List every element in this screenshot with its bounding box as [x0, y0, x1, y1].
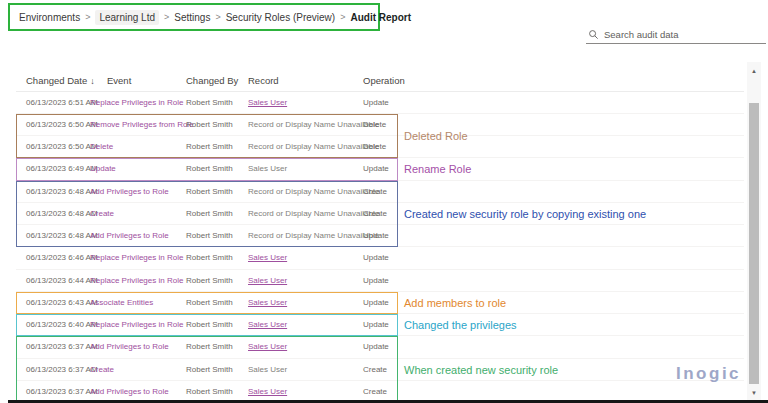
- operation-cell: Update: [363, 292, 389, 314]
- changed-date-cell: 06/13/2023 6:50 AM: [26, 136, 98, 158]
- operation-cell: Update: [363, 270, 389, 292]
- scroll-up-icon[interactable]: ▲: [747, 65, 761, 77]
- breadcrumb-separator: >: [340, 12, 345, 22]
- column-header-operation[interactable]: Operation: [363, 70, 405, 91]
- operation-cell: Create: [363, 203, 387, 225]
- operation-cell: Update: [363, 225, 389, 247]
- changed-by-cell: Robert Smith: [186, 359, 233, 381]
- table-row[interactable]: 06/13/2023 6:51 AM Replace Privileges in…: [16, 92, 744, 114]
- breadcrumb-item[interactable]: Audit Report: [350, 12, 411, 23]
- operation-cell: Create: [363, 181, 387, 203]
- record-cell: Sales User: [248, 158, 287, 180]
- event-cell: Create: [90, 359, 114, 381]
- changed-date-cell: 06/13/2023 6:50 AM: [26, 114, 98, 136]
- changed-by-cell: Robert Smith: [186, 314, 233, 336]
- changed-by-cell: Robert Smith: [186, 247, 233, 269]
- record-link[interactable]: Sales User: [248, 247, 287, 269]
- table-row[interactable]: 06/13/2023 6:49 AM Update Robert Smith S…: [16, 158, 744, 180]
- table-row[interactable]: 06/13/2023 6:50 AM Remove Privileges fro…: [16, 114, 744, 136]
- changed-date-cell: 06/13/2023 6:43 AM: [26, 292, 98, 314]
- operation-cell: Update: [363, 158, 389, 180]
- record-link[interactable]: Sales User: [248, 336, 287, 358]
- scroll-down-icon[interactable]: ▼: [747, 387, 761, 399]
- record-link[interactable]: Sales User: [248, 314, 287, 336]
- event-cell: Replace Privileges in Role: [90, 247, 183, 269]
- record-link[interactable]: Sales User: [248, 92, 287, 114]
- changed-date-cell: 06/13/2023 6:37 AM: [26, 336, 98, 358]
- breadcrumb-item[interactable]: Settings: [174, 12, 210, 23]
- changed-date-cell: 06/13/2023 6:48 AM: [26, 181, 98, 203]
- changed-date-cell: 06/13/2023 6:44 AM: [26, 270, 98, 292]
- inogic-logo: Inogic: [676, 364, 741, 384]
- changed-date-cell: 06/13/2023 6:49 AM: [26, 158, 98, 180]
- changed-by-cell: Robert Smith: [186, 114, 233, 136]
- event-cell: Replace Privileges in Role: [90, 270, 183, 292]
- table-row[interactable]: 06/13/2023 6:37 AM Create Robert Smith S…: [16, 359, 744, 381]
- record-cell: Record or Display Name Unavailable: [248, 114, 379, 136]
- operation-cell: Update: [363, 92, 389, 114]
- changed-by-cell: Robert Smith: [186, 181, 233, 203]
- changed-by-cell: Robert Smith: [186, 270, 233, 292]
- sort-descending-icon: ↓: [90, 76, 95, 86]
- search-input[interactable]: [604, 29, 764, 40]
- annotation-label: Created new security role by copying exi…: [404, 207, 646, 221]
- annotation-label: Deleted Role: [404, 129, 468, 143]
- breadcrumb-item[interactable]: Security Roles (Preview): [226, 12, 335, 23]
- operation-cell: Update: [363, 336, 389, 358]
- column-header-label: Changed Date: [26, 75, 87, 86]
- annotation-label: When created new security role: [404, 363, 558, 377]
- table-row[interactable]: 06/13/2023 6:50 AM Delete Robert Smith R…: [16, 136, 744, 158]
- column-header-changed-by[interactable]: Changed By: [186, 70, 238, 91]
- event-cell: Create: [90, 203, 114, 225]
- operation-cell: Create: [363, 359, 387, 381]
- changed-by-cell: Robert Smith: [186, 292, 233, 314]
- operation-cell: Delete: [363, 114, 386, 136]
- table-row[interactable]: 06/13/2023 6:48 AM Add Privileges to Rol…: [16, 181, 744, 203]
- record-cell: Record or Display Name Unavailable: [248, 203, 379, 225]
- breadcrumb-separator: >: [85, 12, 90, 22]
- event-cell: Delete: [90, 136, 113, 158]
- event-cell: Add Privileges to Role: [90, 181, 169, 203]
- column-header-changed-date[interactable]: Changed Date↓: [26, 70, 95, 92]
- table-header: Changed Date↓ Event Changed By Record Op…: [16, 70, 744, 92]
- event-cell: Replace Privileges in Role: [90, 314, 183, 336]
- changed-by-cell: Robert Smith: [186, 136, 233, 158]
- event-cell: Update: [90, 158, 116, 180]
- event-cell: Remove Privileges from Role: [90, 114, 194, 136]
- breadcrumb-item[interactable]: Learning Ltd: [95, 10, 159, 25]
- audit-report-screen: Environments>Learning Ltd>Settings>Secur…: [0, 0, 768, 403]
- breadcrumb: Environments>Learning Ltd>Settings>Secur…: [8, 3, 380, 31]
- record-link[interactable]: Sales User: [248, 292, 287, 314]
- event-cell: Add Privileges to Role: [90, 225, 169, 247]
- annotation-label: Rename Role: [404, 162, 471, 176]
- record-cell: Sales User: [248, 359, 287, 381]
- record-cell: Record or Display Name Unavailable: [248, 225, 379, 247]
- vertical-scrollbar[interactable]: ▲ ▼: [747, 62, 761, 403]
- changed-date-cell: 06/13/2023 6:51 AM: [26, 92, 98, 114]
- event-cell: Associate Entities: [90, 292, 153, 314]
- table-row[interactable]: 06/13/2023 6:43 AM Associate Entities Ro…: [16, 292, 744, 314]
- annotation-label: Add members to role: [404, 296, 506, 310]
- changed-by-cell: Robert Smith: [186, 336, 233, 358]
- event-cell: Replace Privileges in Role: [90, 92, 183, 114]
- annotation-label: Changed the privileges: [404, 318, 517, 332]
- record-link[interactable]: Sales User: [248, 270, 287, 292]
- event-cell: Add Privileges to Role: [90, 336, 169, 358]
- table-body: 06/13/2023 6:51 AM Replace Privileges in…: [16, 92, 744, 403]
- changed-date-cell: 06/13/2023 6:48 AM: [26, 203, 98, 225]
- scrollbar-thumb[interactable]: [749, 103, 759, 384]
- changed-date-cell: 06/13/2023 6:46 AM: [26, 247, 98, 269]
- breadcrumb-item[interactable]: Environments: [19, 12, 80, 23]
- changed-by-cell: Robert Smith: [186, 225, 233, 247]
- operation-cell: Delete: [363, 136, 386, 158]
- column-header-event[interactable]: Event: [107, 70, 131, 91]
- table-row[interactable]: 06/13/2023 6:40 AM Replace Privileges in…: [16, 314, 744, 336]
- changed-by-cell: Robert Smith: [186, 92, 233, 114]
- table-row[interactable]: 06/13/2023 6:48 AM Add Privileges to Rol…: [16, 225, 744, 247]
- operation-cell: Update: [363, 247, 389, 269]
- table-row[interactable]: 06/13/2023 6:37 AM Add Privileges to Rol…: [16, 336, 744, 358]
- changed-date-cell: 06/13/2023 6:37 AM: [26, 359, 98, 381]
- column-header-record[interactable]: Record: [248, 70, 279, 91]
- table-row[interactable]: 06/13/2023 6:44 AM Replace Privileges in…: [16, 270, 744, 292]
- table-row[interactable]: 06/13/2023 6:46 AM Replace Privileges in…: [16, 247, 744, 269]
